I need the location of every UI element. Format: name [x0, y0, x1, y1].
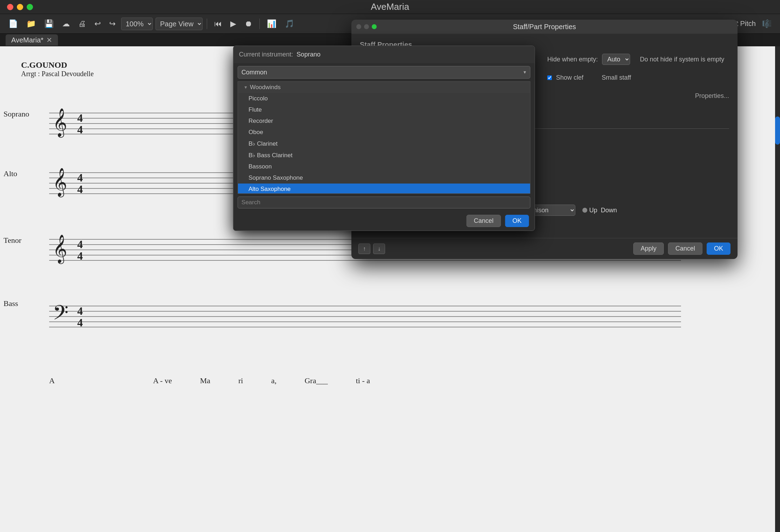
instrument-piccolo[interactable]: Piccolo — [238, 93, 530, 104]
hide-when-empty-select[interactable]: Auto — [602, 54, 630, 65]
main-cancel-button[interactable]: Cancel — [668, 242, 702, 255]
piccolo-label: Piccolo — [249, 95, 268, 102]
instrument-ok-button[interactable]: OK — [505, 215, 529, 227]
vertical-scrollbar[interactable] — [775, 46, 780, 532]
dialog-minimize-btn[interactable] — [364, 24, 369, 29]
lyric-gra: Gra___ — [305, 376, 328, 385]
current-instrument-label: Current instrument: — [239, 51, 293, 58]
playback-icon[interactable]: ⏮ — [211, 18, 225, 30]
lyric-tia: ti - a — [356, 376, 370, 385]
up-arrow-button[interactable]: ↑ — [358, 244, 370, 254]
dialog-maximize-btn[interactable] — [372, 24, 377, 29]
bb-bass-clarinet-label: B♭ Bass Clarinet — [249, 152, 292, 159]
instrument-modal-header: Current instrument: Soprano — [233, 46, 535, 63]
instrument-bb-clarinet[interactable]: B♭ Clarinet — [238, 138, 530, 149]
soprano-label: Soprano — [4, 109, 29, 119]
redo-icon[interactable]: ↪ — [106, 18, 118, 30]
up-radio-indicator — [582, 208, 587, 213]
svg-text:𝄞: 𝄞 — [53, 108, 67, 138]
instrument-bb-bass-clarinet[interactable]: B♭ Bass Clarinet — [238, 149, 530, 161]
instrument-modal-footer: Cancel OK — [233, 211, 535, 231]
print-icon[interactable]: 🖨 — [75, 18, 89, 30]
toolbar-separator — [207, 19, 207, 29]
svg-text:4: 4 — [77, 250, 83, 262]
svg-text:4: 4 — [77, 123, 83, 136]
undo-icon[interactable]: ↩ — [92, 18, 104, 30]
zoom-select[interactable]: 100% — [121, 18, 153, 30]
svg-text:4: 4 — [77, 305, 83, 317]
close-button[interactable] — [7, 4, 13, 10]
woodwinds-collapse-arrow: ▼ — [244, 85, 248, 90]
instrument-alto-sax[interactable]: Alto Saxophone — [238, 184, 530, 194]
maximize-button[interactable] — [27, 4, 33, 10]
alto-sax-label: Alto Saxophone — [249, 186, 291, 193]
bass-staff: 𝄢 4 4 — [49, 288, 681, 359]
lyric-a2: a, — [271, 376, 276, 385]
category-woodwinds[interactable]: ▼ Woodwinds — [238, 82, 530, 93]
scrollbar-thumb[interactable] — [775, 117, 780, 145]
instrument-search-input[interactable] — [238, 197, 530, 208]
instrument-cancel-button[interactable]: Cancel — [467, 215, 501, 227]
hide-when-empty-label: Hide when empty: — [547, 56, 598, 63]
svg-text:𝄞: 𝄞 — [53, 235, 67, 264]
bb-clarinet-label: B♭ Clarinet — [249, 140, 278, 147]
tenor-label: Tenor — [4, 236, 21, 245]
instrument-picker-modal: Current instrument: Soprano Common ▼ Woo… — [233, 46, 535, 231]
down-label: Down — [601, 207, 617, 214]
tab-bar: AveMaria* ✕ — [0, 34, 58, 46]
category-dropdown-row: Common — [233, 63, 535, 81]
instrument-icon[interactable]: 🎵 — [282, 18, 297, 30]
dialog-footer: ↑ ↓ Apply Cancel OK — [351, 238, 738, 259]
instrument-flute[interactable]: Flute — [238, 104, 530, 115]
arranger-name: Arrgt : Pascal Devoudelle — [21, 70, 94, 78]
concert-pitch-toggle[interactable]: 🎼 — [759, 18, 774, 30]
bass-label: Bass — [4, 299, 18, 308]
lyric-a-ve: A - ve — [153, 376, 172, 385]
toolbar-separator-2 — [259, 19, 260, 29]
instrument-bassoon[interactable]: Bassoon — [238, 161, 530, 172]
lyric-ma: Ma — [200, 376, 210, 385]
open-folder-icon[interactable]: 📁 — [24, 18, 39, 30]
footer-left: ↑ ↓ — [358, 244, 385, 254]
main-ok-button[interactable]: OK — [707, 242, 731, 255]
instrument-recorder[interactable]: Recorder — [238, 115, 530, 127]
hide-empty-row: Hide when empty: Auto Do not hide if sys… — [547, 54, 729, 65]
instrument-oboe[interactable]: Oboe — [238, 127, 530, 138]
mixer-icon[interactable]: 📊 — [264, 18, 279, 30]
tab-close-icon[interactable]: ✕ — [46, 36, 52, 44]
recorder-label: Recorder — [249, 118, 273, 125]
current-instrument-value: Soprano — [297, 51, 529, 58]
svg-text:4: 4 — [77, 238, 83, 251]
record-icon[interactable]: ⏺ — [242, 18, 255, 30]
apply-button[interactable]: Apply — [633, 242, 664, 255]
tab-label: AveMaria* — [11, 36, 44, 44]
minimize-button[interactable] — [17, 4, 23, 10]
play-icon[interactable]: ▶ — [227, 18, 239, 30]
dialog-close-btn[interactable] — [356, 24, 361, 29]
instrument-soprano-sax[interactable]: Soprano Saxophone — [238, 172, 530, 184]
alto-label: Alto — [4, 169, 17, 178]
save-icon[interactable]: 💾 — [41, 18, 57, 30]
soprano-sax-label: Soprano Saxophone — [249, 174, 303, 181]
up-label: Up — [589, 207, 597, 214]
show-clef-label: Show clef — [556, 74, 583, 81]
new-file-icon[interactable]: 📄 — [6, 18, 21, 30]
svg-text:𝄢: 𝄢 — [53, 302, 68, 329]
oboe-label: Oboe — [249, 129, 263, 136]
footer-right: Apply Cancel OK — [633, 242, 731, 255]
composer-name: C.GOUNOD — [21, 60, 94, 70]
do-not-hide-label: Do not hide if system is empty — [640, 56, 724, 63]
svg-text:𝄞: 𝄞 — [53, 168, 67, 198]
upload-icon[interactable]: ☁ — [59, 18, 73, 30]
instrument-list[interactable]: ▼ Woodwinds Piccolo Flute Recorder Oboe … — [238, 81, 530, 194]
category-dropdown[interactable]: Common — [238, 66, 530, 79]
view-mode-select[interactable]: Page View — [156, 18, 203, 30]
tab-avemaria[interactable]: AveMaria* ✕ — [6, 34, 58, 46]
down-arrow-button[interactable]: ↓ — [373, 244, 385, 254]
show-clef-checkbox[interactable] — [547, 75, 552, 80]
category-dropdown-wrapper: Common — [238, 66, 530, 79]
bassoon-label: Bassoon — [249, 163, 272, 170]
traffic-lights — [7, 4, 33, 10]
properties-link[interactable]: Properties... — [695, 92, 729, 100]
svg-text:4: 4 — [77, 183, 83, 195]
